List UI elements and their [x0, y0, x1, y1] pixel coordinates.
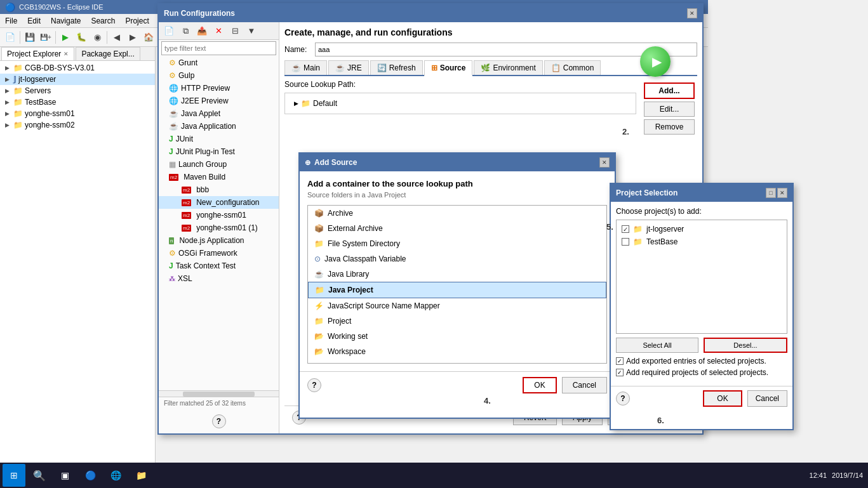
config-type-gulp[interactable]: ⚙ Gulp — [159, 69, 279, 82]
tab-jre[interactable]: ☕ JRE — [328, 60, 369, 75]
forward-button[interactable]: ▶ — [125, 30, 140, 45]
source-type-working-set[interactable]: 📂 Working set — [308, 329, 606, 344]
taskbar-chrome[interactable]: 🌐 — [104, 464, 127, 487]
start-button[interactable]: ⊞ — [3, 464, 25, 487]
menu-navigate[interactable]: Navigate — [46, 14, 86, 27]
tree-item-label: jt-logserver — [18, 75, 56, 84]
config-type-grunt[interactable]: ⚙ Grunt — [159, 56, 279, 69]
tab-project-explorer[interactable]: Project Explorer ✕ — [1, 47, 74, 60]
coverage-button[interactable]: ◉ — [90, 30, 105, 45]
run-button[interactable]: ▶ — [58, 30, 73, 45]
collapse-config-button[interactable]: ⊟ — [227, 23, 243, 39]
config-type-java-app[interactable]: ☕ Java Application — [159, 120, 279, 133]
deselect-button[interactable]: Desel... — [704, 338, 787, 353]
tab-project-explorer-label: Project Explorer — [7, 49, 61, 58]
config-type-maven[interactable]: m2 Maven Build — [159, 171, 279, 183]
save-all-button[interactable]: 💾+ — [38, 30, 53, 45]
view-menu-button[interactable]: ▼ — [244, 23, 259, 39]
debug-button[interactable]: 🐛 — [74, 30, 89, 45]
menu-file[interactable]: File — [0, 14, 22, 27]
config-type-osgi[interactable]: ⚙ OSGi Framework — [159, 247, 279, 260]
menu-project[interactable]: Project — [120, 14, 154, 27]
project-checkbox-jt-logserver[interactable] — [622, 225, 629, 233]
duplicate-config-button[interactable]: ⧉ — [178, 23, 193, 39]
tab-common[interactable]: 📋 Common — [544, 60, 601, 75]
tree-item-jt-logserver[interactable]: ▶ 𝕁 jt-logserver — [0, 74, 155, 85]
menu-search[interactable]: Search — [86, 14, 120, 27]
source-type-project[interactable]: 📁 Project — [308, 313, 606, 329]
taskbar-eclipse[interactable]: 🔵 — [79, 464, 102, 487]
source-type-external-archive[interactable]: 📦 External Archive — [308, 221, 606, 236]
edit-source-button[interactable]: Edit... — [644, 102, 695, 117]
option-checkbox-1[interactable] — [616, 357, 624, 365]
config-type-http[interactable]: 🌐 HTTP Preview — [159, 82, 279, 95]
tab-main[interactable]: ☕ Main — [284, 60, 327, 75]
config-type-task-context[interactable]: J Task Context Test — [159, 260, 279, 272]
add-source-cancel-button[interactable]: Cancel — [562, 377, 607, 393]
delete-config-button[interactable]: ✕ — [211, 23, 226, 39]
tab-source[interactable]: ⊞ Source — [424, 60, 473, 76]
new-config-button[interactable]: 📄 — [161, 23, 177, 39]
config-item-yonghe-ssm01-1[interactable]: m2 yonghe-ssm01 (1) — [159, 221, 279, 234]
config-item-new-configuration[interactable]: m2 New_configuration — [159, 196, 279, 209]
source-type-java-project[interactable]: 📁 Java Project — [308, 282, 606, 298]
run-button-icon[interactable]: ▶ — [640, 46, 671, 77]
menu-edit[interactable]: Edit — [22, 14, 46, 27]
project-checkbox-testbase[interactable] — [622, 238, 629, 246]
config-item-bbb[interactable]: m2 bbb — [159, 183, 279, 196]
project-sel-help-button[interactable]: ? — [616, 392, 630, 406]
source-type-workspace-folder[interactable]: 📂 Workspace Folder — [308, 359, 606, 364]
project-item-testbase[interactable]: 📁 TestBase — [619, 235, 784, 248]
list-scrollbar[interactable] — [159, 390, 279, 397]
project-sel-minimize[interactable]: □ — [766, 188, 776, 198]
select-all-button[interactable]: Select All — [616, 338, 698, 353]
config-item-yonghe-ssm01[interactable]: m2 yonghe-ssm01 — [159, 209, 279, 221]
config-type-j2ee[interactable]: 🌐 J2EE Preview — [159, 95, 279, 107]
export-config-button[interactable]: 📤 — [194, 23, 210, 39]
expand-arrow: ▶ — [5, 110, 11, 117]
source-type-filesystem[interactable]: 📁 File System Directory — [308, 236, 606, 251]
remove-source-button[interactable]: Remove — [644, 119, 695, 135]
source-type-java-library[interactable]: ☕ Java Library — [308, 267, 606, 282]
config-type-junit-plugin[interactable]: J JUnit Plug-in Test — [159, 145, 279, 158]
dialog-close-button[interactable]: ✕ — [687, 8, 697, 18]
new-button[interactable]: 📄 — [3, 30, 18, 45]
project-sel-cancel-button[interactable]: Cancel — [747, 390, 787, 407]
source-type-archive[interactable]: 📦 Archive — [308, 206, 606, 221]
tab-environment[interactable]: 🌿 Environment — [474, 60, 542, 75]
project-item-jt-logserver[interactable]: 📁 jt-logserver — [619, 223, 784, 235]
add-source-help-button[interactable]: ? — [307, 378, 321, 392]
config-type-java-applet[interactable]: ☕ Java Applet — [159, 107, 279, 120]
add-source-ok-button[interactable]: OK — [523, 377, 556, 393]
tree-item-yonghe-ssm02[interactable]: ▶ 📁 yonghe-ssm02 — [0, 119, 155, 131]
back-button[interactable]: ◀ — [109, 30, 124, 45]
tree-item-yonghe-ssm01[interactable]: ▶ 📁 yonghe-ssm01 — [0, 108, 155, 119]
tree-item-cgb[interactable]: ▶ 📁 CGB-DB-SYS-V3.01 — [0, 62, 155, 74]
project-sel-close[interactable]: ✕ — [777, 188, 787, 198]
up-button[interactable]: 🏠 — [141, 30, 156, 45]
taskview-button[interactable]: ▣ — [53, 464, 76, 487]
tree-item-servers[interactable]: ▶ 📁 Servers — [0, 85, 155, 96]
tab-refresh[interactable]: 🔄 Refresh — [370, 60, 423, 75]
help-button-left[interactable]: ? — [212, 414, 226, 428]
chrome-icon: 🌐 — [110, 470, 121, 480]
tab-package-explorer[interactable]: Package Expl... — [76, 47, 140, 60]
source-type-workspace[interactable]: 📂 Workspace — [308, 344, 606, 359]
option-checkbox-2[interactable] — [616, 369, 624, 376]
tree-item-testbase[interactable]: ▶ 📁 TestBase — [0, 96, 155, 108]
config-type-xsl[interactable]: ⁂ XSL — [159, 272, 279, 285]
add-source-close-button[interactable]: ✕ — [599, 157, 610, 168]
config-type-launch-group[interactable]: ▦ Launch Group — [159, 158, 279, 171]
filter-input[interactable] — [161, 41, 276, 55]
source-type-js-mapper[interactable]: ⚡ JavaScript Source Name Mapper — [308, 298, 606, 313]
source-type-classpath-var[interactable]: ⊙ Java Classpath Variable — [308, 251, 606, 267]
project-sel-ok-button[interactable]: OK — [703, 390, 742, 407]
search-button[interactable]: 🔍 — [28, 464, 51, 487]
close-tab-icon[interactable]: ✕ — [63, 51, 69, 57]
config-type-nodejs[interactable]: n Node.js Application — [159, 234, 279, 247]
save-button[interactable]: 💾 — [22, 30, 37, 45]
config-type-junit[interactable]: J JUnit — [159, 133, 279, 145]
taskbar-folder[interactable]: 📁 — [130, 464, 152, 487]
add-source-button[interactable]: Add... — [644, 82, 695, 99]
source-item-default[interactable]: ▶ 📁 Default — [289, 97, 632, 110]
